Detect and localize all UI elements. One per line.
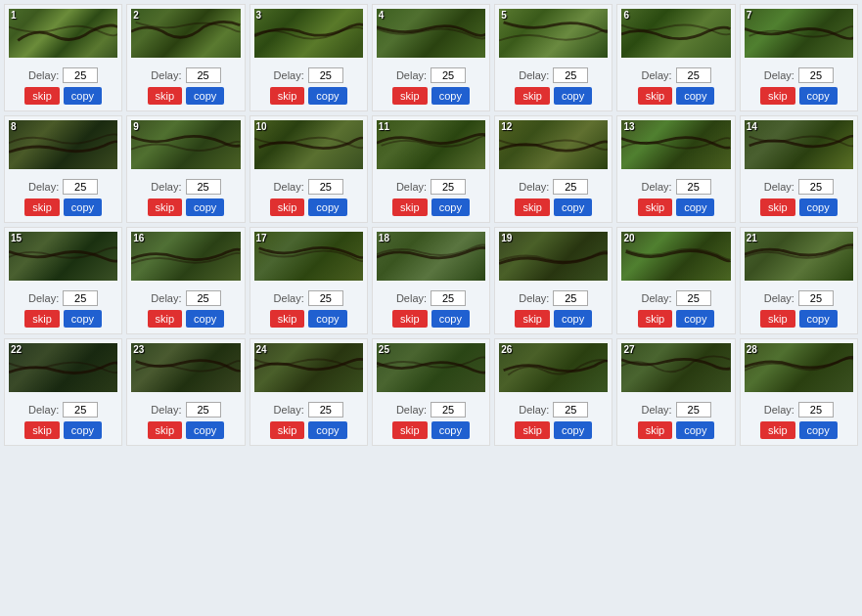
satellite-tile-16: 16: [131, 232, 240, 281]
delay-label-26: Delay:: [519, 404, 549, 416]
delay-input-17[interactable]: [308, 290, 343, 306]
copy-button-23[interactable]: copy: [186, 421, 224, 439]
delay-input-3[interactable]: [308, 67, 343, 83]
delay-input-26[interactable]: [553, 402, 588, 418]
copy-button-21[interactable]: copy: [799, 310, 838, 328]
skip-button-4[interactable]: skip: [392, 87, 428, 105]
delay-input-9[interactable]: [186, 179, 221, 195]
skip-button-20[interactable]: skip: [638, 310, 673, 328]
delay-input-11[interactable]: [431, 179, 466, 195]
delay-input-27[interactable]: [676, 402, 711, 418]
terrain-overlay-3: [254, 9, 363, 54]
tile-number-10: 10: [256, 121, 267, 132]
delay-input-10[interactable]: [308, 179, 343, 195]
delay-input-28[interactable]: [798, 402, 834, 418]
terrain-overlay-10: [254, 120, 363, 165]
skip-button-14[interactable]: skip: [760, 198, 795, 216]
copy-button-9[interactable]: copy: [186, 198, 224, 216]
copy-button-17[interactable]: copy: [308, 310, 346, 328]
tile-number-19: 19: [501, 233, 512, 243]
skip-button-10[interactable]: skip: [270, 198, 305, 216]
copy-button-19[interactable]: copy: [554, 310, 592, 328]
skip-button-22[interactable]: skip: [24, 421, 60, 439]
copy-button-26[interactable]: copy: [554, 421, 592, 439]
skip-button-15[interactable]: skip: [24, 310, 60, 328]
delay-input-20[interactable]: [676, 290, 711, 306]
skip-button-2[interactable]: skip: [148, 87, 183, 105]
skip-button-16[interactable]: skip: [148, 310, 183, 328]
copy-button-8[interactable]: copy: [64, 198, 102, 216]
skip-button-23[interactable]: skip: [148, 421, 183, 439]
copy-button-27[interactable]: copy: [676, 421, 714, 439]
copy-button-15[interactable]: copy: [64, 310, 102, 328]
delay-input-25[interactable]: [431, 402, 466, 418]
skip-button-3[interactable]: skip: [270, 87, 305, 105]
delay-input-19[interactable]: [553, 290, 588, 306]
image-card-28: 28Delay:skipcopy: [740, 338, 858, 446]
skip-button-17[interactable]: skip: [270, 310, 305, 328]
copy-button-1[interactable]: copy: [64, 87, 102, 105]
skip-button-21[interactable]: skip: [760, 310, 795, 328]
skip-button-7[interactable]: skip: [760, 87, 795, 105]
skip-button-25[interactable]: skip: [392, 421, 428, 439]
delay-input-2[interactable]: [186, 67, 221, 83]
copy-button-25[interactable]: copy: [431, 421, 470, 439]
skip-button-28[interactable]: skip: [760, 421, 795, 439]
copy-button-11[interactable]: copy: [431, 198, 470, 216]
delay-input-18[interactable]: [431, 290, 466, 306]
copy-button-6[interactable]: copy: [676, 87, 714, 105]
delay-label-4: Delay:: [396, 69, 427, 81]
delay-row-8: Delay:: [28, 179, 98, 195]
copy-button-18[interactable]: copy: [431, 310, 470, 328]
delay-input-24[interactable]: [308, 402, 343, 418]
delay-input-22[interactable]: [63, 402, 98, 418]
skip-button-6[interactable]: skip: [638, 87, 673, 105]
terrain-overlay-19: [499, 232, 608, 277]
skip-button-9[interactable]: skip: [148, 198, 183, 216]
tile-number-7: 7: [747, 10, 752, 21]
skip-button-18[interactable]: skip: [392, 310, 428, 328]
copy-button-24[interactable]: copy: [308, 421, 346, 439]
skip-button-27[interactable]: skip: [638, 421, 673, 439]
skip-button-5[interactable]: skip: [515, 87, 550, 105]
delay-input-4[interactable]: [431, 67, 466, 83]
delay-input-23[interactable]: [186, 402, 221, 418]
copy-button-16[interactable]: copy: [186, 310, 224, 328]
copy-button-7[interactable]: copy: [799, 87, 838, 105]
copy-button-22[interactable]: copy: [64, 421, 102, 439]
skip-button-11[interactable]: skip: [392, 198, 428, 216]
image-grid: 1Delay:skipcopy2Delay:skipcopy3Delay:ski…: [0, 0, 862, 450]
delay-input-21[interactable]: [798, 290, 834, 306]
delay-input-12[interactable]: [553, 179, 588, 195]
skip-button-19[interactable]: skip: [515, 310, 550, 328]
copy-button-2[interactable]: copy: [186, 87, 224, 105]
skip-button-12[interactable]: skip: [515, 198, 550, 216]
delay-input-5[interactable]: [553, 67, 588, 83]
skip-button-1[interactable]: skip: [24, 87, 60, 105]
copy-button-20[interactable]: copy: [676, 310, 714, 328]
delay-input-14[interactable]: [798, 179, 834, 195]
delay-row-15: Delay:: [28, 290, 98, 306]
delay-row-19: Delay:: [519, 290, 588, 306]
delay-input-16[interactable]: [186, 290, 221, 306]
delay-input-7[interactable]: [798, 67, 834, 83]
copy-button-14[interactable]: copy: [799, 198, 838, 216]
copy-button-28[interactable]: copy: [799, 421, 838, 439]
skip-button-24[interactable]: skip: [270, 421, 305, 439]
copy-button-10[interactable]: copy: [308, 198, 346, 216]
delay-input-6[interactable]: [676, 67, 711, 83]
skip-button-8[interactable]: skip: [24, 198, 60, 216]
satellite-tile-11: 11: [377, 120, 485, 169]
copy-button-5[interactable]: copy: [554, 87, 592, 105]
copy-button-3[interactable]: copy: [308, 87, 346, 105]
copy-button-13[interactable]: copy: [676, 198, 714, 216]
btn-row-27: skipcopy: [638, 421, 715, 439]
delay-input-1[interactable]: [63, 67, 98, 83]
copy-button-4[interactable]: copy: [431, 87, 470, 105]
copy-button-12[interactable]: copy: [554, 198, 592, 216]
skip-button-26[interactable]: skip: [515, 421, 550, 439]
delay-input-13[interactable]: [676, 179, 711, 195]
delay-input-8[interactable]: [63, 179, 98, 195]
delay-input-15[interactable]: [63, 290, 98, 306]
skip-button-13[interactable]: skip: [638, 198, 673, 216]
